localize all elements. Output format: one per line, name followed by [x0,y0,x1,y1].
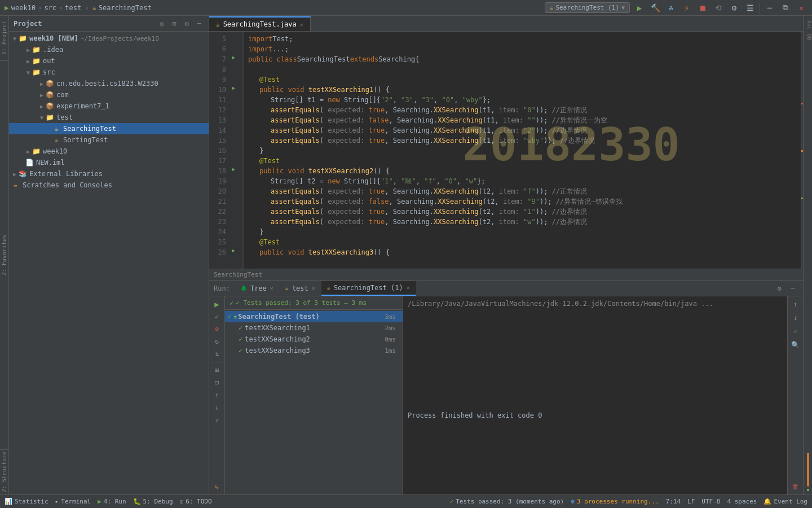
menu-button[interactable]: ☰ [744,2,756,14]
stop-button[interactable]: ⏹ [696,2,709,14]
tree-com[interactable]: ▶ 📦 com [9,89,209,100]
test-collapse-btn[interactable]: ⊟ [211,377,223,388]
editor-tab-close[interactable]: ✕ [300,21,303,28]
tree-extlib[interactable]: ▶ 📚 External Libraries [9,168,209,179]
test-item-3[interactable]: ✓ testXXSearching3 1ms [225,345,403,356]
panel-settings-btn[interactable]: ⚙ [182,19,192,29]
code-line-17: @Test [248,156,796,166]
tree-exp[interactable]: ▶ 📦 experiment7_1 [9,100,209,112]
tree-week10[interactable]: ▶ 📁 week10 [9,146,209,157]
editor-tab-searchingtest[interactable]: ☕ SearchingTest.java ✕ [209,16,311,31]
test-item-2[interactable]: ✓ testXXSearching2 0ms [225,334,403,345]
step-over-button[interactable]: ⟲ [712,2,725,14]
terminal-item[interactable]: ▸ Terminal [55,498,91,505]
console-scroll-up-btn[interactable]: ↑ [790,299,801,310]
test-tab-close[interactable]: ✕ [312,285,315,291]
todo-item[interactable]: ☑ 6: TODO [180,498,212,505]
console-filter-btn[interactable]: 🔍 [790,339,801,351]
project-side-tab[interactable]: 1: Project [0,16,9,61]
tree-newiml[interactable]: 📄 NEW.iml [9,157,209,168]
sortingtest-icon: ☕ [52,135,61,144]
tree-cn[interactable]: ▶ 📦 cn.edu.besti.cs1823.W2330 [9,78,209,89]
bottom-minimize-btn[interactable]: ─ [787,283,798,294]
restore-button[interactable]: ⧉ [779,2,792,14]
editor-scrollbar[interactable] [801,32,803,269]
run-item[interactable]: ▶ 4: Run [98,498,126,505]
event-log-item[interactable]: 🔔 Event Log [764,498,807,505]
structure-tab-label: 2: Structure [1,452,7,492]
test-expand-btn[interactable]: ⊞ [211,365,223,376]
test-import-btn[interactable]: ↗ [211,414,223,426]
breadcrumb-week10: week10 [11,4,36,12]
gutter-run-10[interactable]: ▶ [232,82,242,93]
build-button[interactable]: 🔨 [649,2,661,14]
tree-scratches[interactable]: ✏ Scratches and Consoles [9,179,209,191]
tree-test[interactable]: ▼ 📁 test [9,112,209,123]
right-sidebar-db[interactable]: DB [804,32,812,42]
process-item[interactable]: ⚙ 3 processes running... [571,498,659,505]
tree-out[interactable]: ▶ 📁 out [9,55,209,67]
tree-tab-label: Tree [250,284,267,292]
test-root-item[interactable]: ✓ ▼ SearchingTest (test) 3ms [225,311,403,322]
exp-pkg-icon: 📦 [45,102,54,111]
title-bar-right: ☕ SearchingTest (1) ▼ ▶ 🔨 ☘ ⚡ ⏹ ⟲ ⚙ ☰ ─ … [545,2,807,14]
gutter-run-7[interactable]: ▶ [232,52,242,62]
idea-folder-icon: 📁 [32,45,41,54]
test-sort-btn[interactable]: ⇅ [211,348,223,360]
test-next-btn[interactable]: ↓ [211,402,223,413]
project-breadcrumb[interactable]: ▶ week10 › src › test [5,3,81,12]
run-button[interactable]: ▶ [633,2,646,14]
panel-minimize-btn[interactable]: ─ [194,19,204,29]
bottom-tab-tree[interactable]: 🌲 Tree ✕ [235,281,280,296]
test-tab-label: test [292,284,308,292]
bottom-tab-test[interactable]: ☕ test ✕ [280,281,321,296]
gutter-run-18[interactable]: ▶ [232,164,242,174]
test-fail-icon[interactable]: ⊘ [211,323,223,335]
console-trash-btn[interactable]: 🗑 [790,481,801,492]
tree-idea[interactable]: ▶ 📁 .idea [9,44,209,55]
tree-tab-close[interactable]: ✕ [270,285,273,291]
searchingtest-run-tab-close[interactable]: ✕ [407,284,410,291]
encoding-item[interactable]: UTF-8 [701,498,720,505]
profile-button[interactable]: ⚡ [681,2,693,14]
structure-side-tab[interactable]: 2: Structure [0,449,9,494]
tree-searchingtest[interactable]: ☕ SearchingTest [9,123,209,134]
coverage-button[interactable]: ☘ [665,2,677,14]
minimize-button[interactable]: ─ [764,2,776,14]
settings-button[interactable]: ⚙ [728,2,740,14]
statistic-item[interactable]: 📊 Statistic [5,498,48,505]
console-panel: /Library/Java/JavaVirtualMachines/jdk-12… [403,296,787,494]
test-run-btn[interactable]: ▶ [211,299,223,310]
right-sidebar-ant[interactable]: Ant [804,18,812,32]
tree-sortingtest[interactable]: ☕ SortingTest [9,134,209,146]
run-config-selector[interactable]: ☕ SearchingTest (1) ▼ [545,2,630,13]
bottom-settings-btn[interactable]: ⚙ [774,283,785,294]
code-line-22: assertEquals( expected: true, Searching.… [248,207,796,217]
panel-expand-btn[interactable]: ⊞ [169,19,179,29]
editor-top: ☕ SearchingTest.java ✕ 5 6 7 8 9 10 [209,16,803,280]
debug-item[interactable]: 🐛 5: Debug [133,498,173,505]
spaces-item[interactable]: 4 spaces [727,498,757,505]
code-area[interactable]: import Test; import ...; public class Se… [244,32,801,269]
time-label: 7:14 [666,498,681,505]
panel-locate-btn[interactable]: ◎ [157,19,167,29]
lf-item[interactable]: LF [687,498,695,505]
console-wrap-btn[interactable]: ⏎ [790,326,801,337]
console-scroll-down-btn[interactable]: ↓ [790,312,801,323]
code-line-6: import ...; [248,44,796,54]
status-bar: 📊 Statistic ▸ Terminal ▶ 4: Run 🐛 5: Deb… [0,494,812,508]
test-2-name: testXXSearching2 [245,335,310,343]
gutter-run-26[interactable]: ▶ [232,245,242,255]
test-prev-btn[interactable]: ↑ [211,389,223,401]
bottom-tab-searchingtest[interactable]: ☕ SearchingTest (1) ✕ [321,281,416,296]
code-line-20: assertEquals( expected: true, Searching.… [248,186,796,196]
test-item-1[interactable]: ✓ testXXSearching1 2ms [225,322,403,334]
process-icon: ⚙ [571,498,575,505]
tree-root[interactable]: ▼ 📁 week10 [NEW] ~/IdeaProjects/week10 [9,33,209,44]
favorites-side-tab[interactable]: 2: Favorites [0,61,9,449]
active-file-name: SearchingTest [99,4,152,12]
test-rerun-btn[interactable]: ↻ [211,336,223,347]
test-dock-btn[interactable]: ↳ [211,481,223,492]
tree-src[interactable]: ▼ 📁 src [9,67,209,78]
close-button[interactable]: ✕ [795,2,807,14]
